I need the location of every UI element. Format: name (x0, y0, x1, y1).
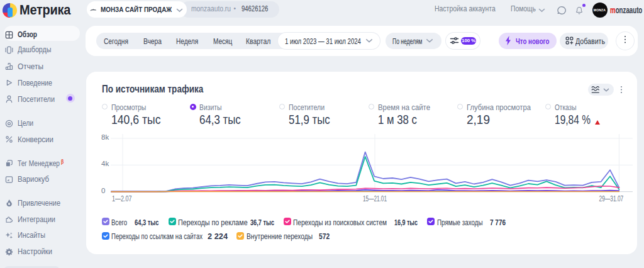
svg-text:1—2.07: 1—2.07 (112, 194, 132, 203)
svg-text:29—31.07: 29—31.07 (599, 194, 624, 203)
svg-text:15—21.01: 15—21.01 (363, 194, 387, 203)
svg-text:8k: 8k (101, 133, 109, 141)
svg-text:0: 0 (101, 187, 105, 194)
svg-text:4k: 4k (101, 160, 109, 167)
